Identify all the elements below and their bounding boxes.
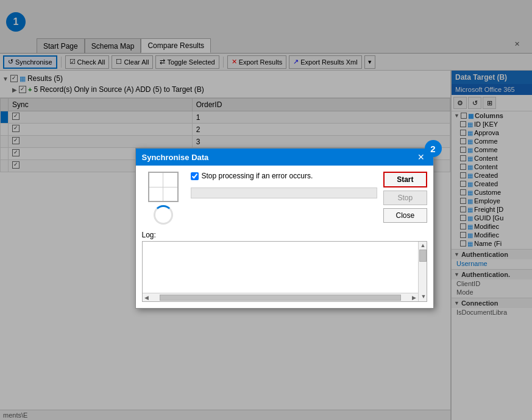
close-button[interactable]: Close	[383, 208, 427, 223]
db-grid-cell-4	[163, 187, 177, 201]
scroll-right-arrow[interactable]: ▶	[410, 294, 418, 301]
db-grid-icon	[148, 172, 179, 202]
modal-buttons: Start Stop Close	[383, 172, 427, 225]
scroll-up-arrow[interactable]: ▲	[419, 242, 427, 249]
log-vertical-scrollbar[interactable]: ▲ ▼	[418, 242, 427, 301]
modal-title-bar: Synchronise Data ✕	[136, 149, 433, 166]
stop-processing-checkbox[interactable]	[191, 172, 199, 180]
scroll-down-arrow[interactable]: ▼	[419, 293, 427, 300]
log-horizontal-scrollbar[interactable]: ◀ ▶	[143, 293, 418, 301]
stop-button[interactable]: Stop	[383, 191, 427, 205]
start-button[interactable]: Start	[383, 172, 427, 187]
scroll-thumb-h[interactable]	[160, 295, 401, 301]
db-grid-cell-1	[149, 173, 163, 187]
modal-icon-area	[142, 172, 185, 225]
stop-processing-row: Stop processing if an error occurs.	[191, 172, 378, 180]
scroll-left-arrow[interactable]: ◀	[143, 294, 151, 301]
progress-spinner	[154, 205, 173, 225]
progress-bar	[191, 187, 378, 198]
modal-right-content: Stop processing if an error occurs.	[191, 172, 378, 225]
db-grid-cell-3	[149, 187, 163, 201]
modal-close-button[interactable]: ✕	[415, 152, 427, 162]
synchronise-data-modal: 2 Synchronise Data ✕	[135, 148, 434, 309]
scroll-thumb-v[interactable]	[419, 250, 427, 262]
modal-content: Stop processing if an error occurs. Star…	[136, 166, 433, 231]
stop-processing-label: Stop processing if an error occurs.	[202, 172, 313, 180]
log-label: Log:	[142, 231, 427, 239]
db-grid-cell-2	[163, 173, 177, 187]
badge-2: 2	[425, 140, 442, 157]
modal-title: Synchronise Data	[142, 153, 209, 162]
main-container: 1 Start Page Schema Map Compare Results …	[0, 0, 532, 420]
log-area[interactable]: ▲ ▼ ◀ ▶	[142, 241, 427, 302]
log-section: Log: ▲ ▼ ◀ ▶	[136, 231, 433, 308]
modal-overlay: 2 Synchronise Data ✕	[0, 0, 532, 420]
